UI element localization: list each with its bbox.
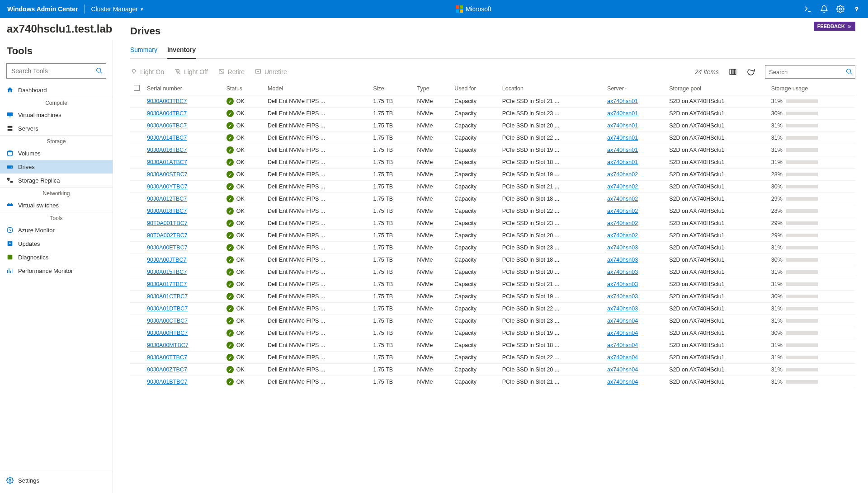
product-title[interactable]: Windows Admin Center bbox=[7, 5, 78, 13]
row-checkbox-cell[interactable] bbox=[130, 205, 143, 217]
col-used-for[interactable]: Used for bbox=[451, 82, 498, 95]
serial-link[interactable]: 90J0A014TBC7 bbox=[147, 135, 187, 141]
sidebar-item-storage-replica[interactable]: Storage Replica bbox=[0, 174, 113, 187]
serial-link[interactable]: 90J0A01ATBC7 bbox=[147, 159, 187, 165]
table-row[interactable]: 90J0A01ATBC7✓OKDell Ent NVMe FIPS ...1.7… bbox=[130, 156, 855, 169]
serial-link[interactable]: 90T0A002TBC7 bbox=[147, 232, 188, 239]
tab-summary[interactable]: Summary bbox=[130, 43, 157, 58]
table-row[interactable]: 90J0A012TBC7✓OKDell Ent NVMe FIPS ...1.7… bbox=[130, 193, 855, 205]
table-row[interactable]: 90J0A006TBC7✓OKDell Ent NVMe FIPS ...1.7… bbox=[130, 120, 855, 132]
row-checkbox-cell[interactable] bbox=[130, 315, 143, 327]
serial-link[interactable]: 90J0A00YTBC7 bbox=[147, 183, 188, 190]
row-checkbox-cell[interactable] bbox=[130, 120, 143, 132]
tab-inventory[interactable]: Inventory bbox=[167, 43, 196, 59]
server-link[interactable]: ax740hsn01 bbox=[607, 147, 638, 153]
serial-link[interactable]: 90J0A012TBC7 bbox=[147, 196, 187, 202]
select-all-header[interactable] bbox=[130, 82, 143, 95]
notifications-icon[interactable] bbox=[820, 5, 828, 13]
row-checkbox-cell[interactable] bbox=[130, 132, 143, 144]
server-link[interactable]: ax740hsn04 bbox=[607, 330, 638, 336]
col-server[interactable]: Server↑ bbox=[604, 82, 665, 95]
server-link[interactable]: ax740hsn01 bbox=[607, 110, 638, 117]
serial-link[interactable]: 90J0A018TBC7 bbox=[147, 208, 187, 214]
row-checkbox-cell[interactable] bbox=[130, 108, 143, 120]
server-link[interactable]: ax740hsn02 bbox=[607, 232, 638, 239]
table-row[interactable]: 90J0A004TBC7✓OKDell Ent NVMe FIPS ...1.7… bbox=[130, 108, 855, 120]
context-switcher[interactable]: Cluster Manager ▾ bbox=[91, 5, 143, 13]
server-link[interactable]: ax740hsn02 bbox=[607, 196, 638, 202]
serial-link[interactable]: 90J0A003TBC7 bbox=[147, 98, 187, 104]
grid-search-input[interactable] bbox=[765, 65, 855, 79]
sidebar-item-servers[interactable]: Servers bbox=[0, 122, 113, 135]
row-checkbox-cell[interactable] bbox=[130, 254, 143, 266]
row-checkbox-cell[interactable] bbox=[130, 95, 143, 108]
sidebar-settings[interactable]: Settings bbox=[0, 472, 113, 488]
tools-search-input[interactable] bbox=[6, 63, 106, 79]
server-link[interactable]: ax740hsn01 bbox=[607, 159, 638, 165]
sidebar-item-drives[interactable]: Drives bbox=[0, 160, 113, 174]
serial-link[interactable]: 90J0A00TTBC7 bbox=[147, 354, 187, 361]
table-row[interactable]: 90J0A018TBC7✓OKDell Ent NVMe FIPS ...1.7… bbox=[130, 205, 855, 217]
table-row[interactable]: 90J0A00HTBC7✓OKDell Ent NVMe FIPS ...1.7… bbox=[130, 327, 855, 339]
table-row[interactable]: 90J0A01DTBC7✓OKDell Ent NVMe FIPS ...1.7… bbox=[130, 303, 855, 315]
server-link[interactable]: ax740hsn01 bbox=[607, 122, 638, 129]
col-serial-number[interactable]: Serial number bbox=[143, 82, 223, 95]
table-row[interactable]: 90J0A00YTBC7✓OKDell Ent NVMe FIPS ...1.7… bbox=[130, 181, 855, 193]
server-link[interactable]: ax740hsn01 bbox=[607, 98, 638, 104]
serial-link[interactable]: 90J0A01BTBC7 bbox=[147, 379, 188, 385]
action-retire[interactable]: Retire bbox=[218, 68, 245, 76]
server-link[interactable]: ax740hsn04 bbox=[607, 318, 638, 324]
serial-link[interactable]: 90J0A01CTBC7 bbox=[147, 293, 188, 300]
table-row[interactable]: 90J0A014TBC7✓OKDell Ent NVMe FIPS ...1.7… bbox=[130, 132, 855, 144]
row-checkbox-cell[interactable] bbox=[130, 169, 143, 181]
serial-link[interactable]: 90J0A00HTBC7 bbox=[147, 330, 188, 336]
row-checkbox-cell[interactable] bbox=[130, 291, 143, 303]
table-row[interactable]: 90T0A002TBC7✓OKDell Ent NVMe FIPS ...1.7… bbox=[130, 230, 855, 242]
sidebar-item-virtual-switches[interactable]: Virtual switches bbox=[0, 198, 113, 212]
sidebar-item-azure-monitor[interactable]: Azure Monitor bbox=[0, 223, 113, 237]
row-checkbox-cell[interactable] bbox=[130, 144, 143, 156]
settings-icon[interactable] bbox=[836, 5, 844, 13]
serial-link[interactable]: 90J0A00JTBC7 bbox=[147, 257, 187, 263]
table-row[interactable]: 90J0A00MTBC7✓OKDell Ent NVMe FIPS ...1.7… bbox=[130, 339, 855, 352]
row-checkbox-cell[interactable] bbox=[130, 364, 143, 376]
row-checkbox-cell[interactable] bbox=[130, 230, 143, 242]
server-link[interactable]: ax740hsn03 bbox=[607, 305, 638, 312]
sidebar-item-diagnostics[interactable]: Diagnostics bbox=[0, 250, 113, 264]
serial-link[interactable]: 90J0A00ZTBC7 bbox=[147, 366, 187, 373]
sidebar-item-performance-monitor[interactable]: Performance Monitor bbox=[0, 264, 113, 277]
row-checkbox-cell[interactable] bbox=[130, 193, 143, 205]
sidebar-item-dashboard[interactable]: Dashboard bbox=[0, 83, 113, 97]
table-row[interactable]: 90J0A00JTBC7✓OKDell Ent NVMe FIPS ...1.7… bbox=[130, 254, 855, 266]
server-link[interactable]: ax740hsn03 bbox=[607, 281, 638, 287]
row-checkbox-cell[interactable] bbox=[130, 339, 143, 352]
server-link[interactable]: ax740hsn04 bbox=[607, 366, 638, 373]
server-link[interactable]: ax740hsn02 bbox=[607, 220, 638, 226]
col-model[interactable]: Model bbox=[264, 82, 369, 95]
serial-link[interactable]: 90J0A016TBC7 bbox=[147, 147, 187, 153]
row-checkbox-cell[interactable] bbox=[130, 303, 143, 315]
table-row[interactable]: 90J0A00CTBC7✓OKDell Ent NVMe FIPS ...1.7… bbox=[130, 315, 855, 327]
col-size[interactable]: Size bbox=[369, 82, 413, 95]
table-row[interactable]: 90J0A00TTBC7✓OKDell Ent NVMe FIPS ...1.7… bbox=[130, 352, 855, 364]
serial-link[interactable]: 90T0A001TBC7 bbox=[147, 220, 188, 226]
table-row[interactable]: 90J0A00STBC7✓OKDell Ent NVMe FIPS ...1.7… bbox=[130, 169, 855, 181]
table-row[interactable]: 90J0A017TBC7✓OKDell Ent NVMe FIPS ...1.7… bbox=[130, 278, 855, 291]
table-row[interactable]: 90J0A01CTBC7✓OKDell Ent NVMe FIPS ...1.7… bbox=[130, 291, 855, 303]
serial-link[interactable]: 90J0A006TBC7 bbox=[147, 122, 187, 129]
server-link[interactable]: ax740hsn02 bbox=[607, 183, 638, 190]
serial-link[interactable]: 90J0A00MTBC7 bbox=[147, 342, 189, 348]
row-checkbox-cell[interactable] bbox=[130, 181, 143, 193]
serial-link[interactable]: 90J0A004TBC7 bbox=[147, 110, 187, 117]
serial-link[interactable]: 90J0A00STBC7 bbox=[147, 171, 188, 178]
col-location[interactable]: Location bbox=[499, 82, 604, 95]
serial-link[interactable]: 90J0A00CTBC7 bbox=[147, 318, 188, 324]
row-checkbox-cell[interactable] bbox=[130, 217, 143, 230]
serial-link[interactable]: 90J0A015TBC7 bbox=[147, 269, 187, 275]
col-status[interactable]: Status bbox=[223, 82, 264, 95]
action-light-off[interactable]: Light Off bbox=[174, 68, 208, 76]
col-storage-pool[interactable]: Storage pool bbox=[665, 82, 768, 95]
sidebar-item-volumes[interactable]: Volumes bbox=[0, 146, 113, 160]
action-light-on[interactable]: Light On bbox=[130, 68, 164, 76]
cloud-shell-icon[interactable] bbox=[804, 5, 812, 13]
